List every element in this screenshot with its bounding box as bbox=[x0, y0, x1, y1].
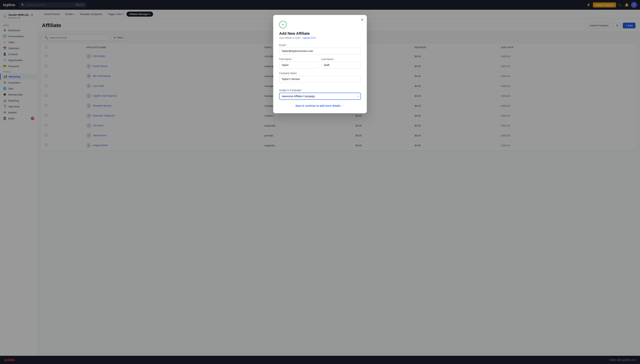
campaign-group: Assign to Campaign* Awesome Affiliate Ca… bbox=[279, 89, 361, 100]
company-name-input[interactable] bbox=[279, 76, 361, 82]
last-name-input[interactable] bbox=[321, 62, 361, 68]
modal-footer: Save & continue to add more details → bbox=[279, 104, 361, 107]
add-affiliate-modal: ✕ + Add New Affiliate Add Affiliate in b… bbox=[273, 15, 367, 113]
modal-close-button[interactable]: ✕ bbox=[361, 18, 364, 22]
modal-title: Add New Affiliate bbox=[279, 32, 361, 36]
modal-subtitle: Add Affiliate in bulk? Upload CSV bbox=[279, 36, 361, 39]
first-name-group: First Name* bbox=[279, 58, 319, 68]
save-continue-button[interactable]: Save & continue to add more details → bbox=[295, 104, 344, 107]
campaign-select[interactable]: Awesome Affiliate Campaign bbox=[279, 93, 361, 100]
modal-icon: + bbox=[279, 21, 287, 28]
email-field-group: Email* bbox=[279, 44, 361, 54]
company-name-label: Company Name bbox=[279, 72, 361, 74]
upload-csv-link[interactable]: Upload CSV bbox=[302, 36, 316, 39]
company-name-group: Company Name bbox=[279, 72, 361, 82]
email-input[interactable] bbox=[279, 48, 361, 54]
modal-overlay[interactable]: ✕ + Add New Affiliate Add Affiliate in b… bbox=[0, 0, 640, 364]
first-name-input[interactable] bbox=[279, 62, 319, 68]
first-name-label: First Name* bbox=[279, 58, 319, 60]
last-name-label: Last Name* bbox=[321, 58, 361, 60]
last-name-group: Last Name* bbox=[321, 58, 361, 68]
campaign-select-wrap: Awesome Affiliate Campaign ▾ bbox=[279, 93, 361, 100]
name-row: First Name* Last Name* bbox=[279, 58, 361, 68]
campaign-label: Assign to Campaign* bbox=[279, 89, 361, 92]
email-label: Email* bbox=[279, 44, 361, 46]
